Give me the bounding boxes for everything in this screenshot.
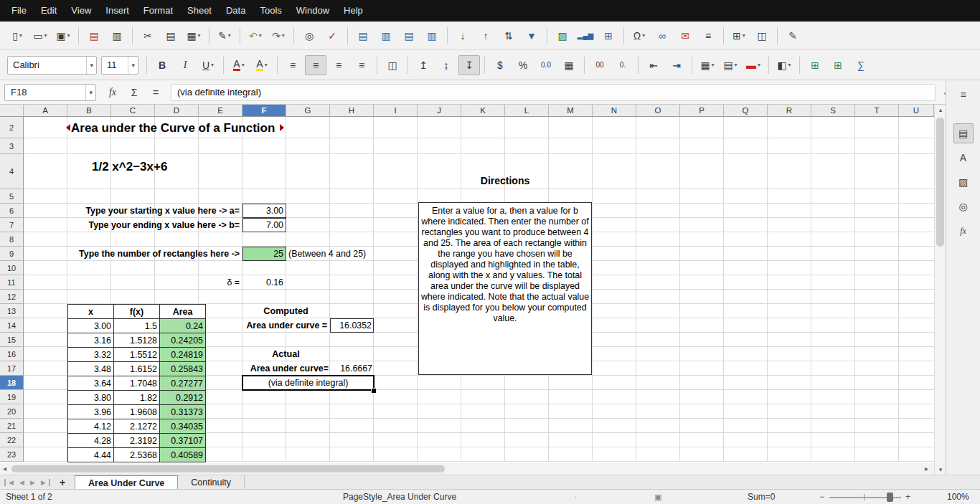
redo-dropdown-icon[interactable]: ▾ bbox=[282, 32, 285, 39]
table-cell[interactable]: 3.96 bbox=[68, 405, 114, 419]
table-header-x[interactable]: x bbox=[68, 305, 114, 319]
menu-tools[interactable]: Tools bbox=[253, 0, 288, 22]
column-header-J[interactable]: J bbox=[418, 105, 461, 117]
actual-area-value-cell[interactable]: 16.6667 bbox=[330, 361, 372, 376]
menu-help[interactable]: Help bbox=[336, 0, 370, 22]
highlighting-color-dropdown-icon[interactable]: ▾ bbox=[265, 62, 268, 68]
table-cell[interactable]: 1.5128 bbox=[114, 333, 160, 348]
copy-button[interactable]: ▤ bbox=[160, 26, 182, 46]
font-color-dropdown-icon[interactable]: ▾ bbox=[242, 62, 245, 68]
freeze-rows-columns-dropdown-icon[interactable]: ▾ bbox=[743, 32, 745, 39]
sum-icon[interactable]: Σ bbox=[123, 87, 145, 98]
last-sheet-icon[interactable]: ▶ bbox=[38, 479, 50, 486]
column-header-E[interactable]: E bbox=[199, 105, 242, 117]
column-header-I[interactable]: I bbox=[374, 105, 418, 117]
insert-comment-button[interactable]: ✉ bbox=[674, 26, 696, 46]
formula-input[interactable]: (via definite integral) bbox=[171, 84, 936, 101]
table-cell[interactable]: 3.80 bbox=[68, 391, 114, 405]
find-replace-button[interactable]: ◎ bbox=[298, 26, 320, 46]
table-cell[interactable]: 1.5512 bbox=[114, 348, 160, 362]
chevron-down-icon[interactable]: ▾ bbox=[85, 85, 93, 100]
show-draw-functions-button[interactable]: ✎ bbox=[782, 26, 804, 46]
delete-columns-button[interactable]: ▥ bbox=[421, 26, 443, 46]
table-cell[interactable]: 3.16 bbox=[68, 333, 114, 348]
row-header-23[interactable]: 23 bbox=[0, 447, 24, 462]
merge-cells-button[interactable]: ◫ bbox=[382, 55, 403, 75]
background-color-button[interactable]: ▬▾ bbox=[743, 55, 764, 75]
table-cell[interactable]: 0.40589 bbox=[160, 448, 206, 462]
rectangles-input-cell[interactable]: 25 bbox=[242, 247, 286, 261]
new-document-button[interactable]: ▯▾ bbox=[6, 26, 28, 46]
conditional-formatting-dropdown-icon[interactable]: ▾ bbox=[788, 62, 791, 68]
row-header-13[interactable]: 13 bbox=[0, 304, 24, 318]
row-header-4[interactable]: 4 bbox=[0, 154, 24, 189]
functions-button[interactable]: ∑ bbox=[850, 55, 872, 75]
insert-chart-button[interactable]: ▂▄▆ bbox=[575, 26, 596, 46]
split-window-button[interactable]: ◫ bbox=[751, 26, 773, 46]
selection-mode-status[interactable]: · bbox=[574, 490, 577, 504]
column-header-L[interactable]: L bbox=[505, 105, 549, 117]
vertical-scrollbar[interactable]: ▴ ▾ bbox=[934, 105, 946, 475]
add-decimal-place-button[interactable]: 00 bbox=[589, 55, 611, 75]
table-cell[interactable]: 1.9608 bbox=[114, 405, 160, 419]
chevron-down-icon[interactable]: ▾ bbox=[86, 57, 93, 74]
row-header-7[interactable]: 7 bbox=[0, 218, 24, 232]
open-file-dropdown-icon[interactable]: ▾ bbox=[44, 32, 47, 39]
table-cell[interactable]: 4.44 bbox=[68, 448, 114, 462]
horizontal-scrollbar-thumb[interactable] bbox=[11, 465, 445, 472]
navigator-panel-icon[interactable]: ◎ bbox=[953, 196, 974, 217]
table-cell[interactable]: 2.5368 bbox=[114, 448, 160, 462]
properties-panel-icon[interactable]: ▤ bbox=[953, 123, 974, 143]
menu-edit[interactable]: Edit bbox=[34, 0, 64, 22]
table-cell[interactable]: 0.31373 bbox=[160, 405, 206, 419]
table-cell[interactable]: 3.00 bbox=[68, 319, 114, 333]
menu-window[interactable]: Window bbox=[289, 0, 336, 22]
function-formula-cell[interactable]: 1/2 x^2−3x+6 bbox=[92, 158, 167, 176]
gallery-panel-icon[interactable]: ▨ bbox=[953, 172, 974, 192]
table-cell[interactable]: 4.28 bbox=[68, 434, 114, 448]
table-cell[interactable]: 4.12 bbox=[68, 419, 114, 434]
column-header-P[interactable]: P bbox=[680, 105, 724, 117]
border-style-dropdown-icon[interactable]: ▾ bbox=[735, 62, 738, 68]
table-cell[interactable]: 0.24819 bbox=[160, 348, 206, 362]
row-header-20[interactable]: 20 bbox=[0, 404, 24, 419]
column-header-T[interactable]: T bbox=[855, 105, 899, 117]
add-sheet-button[interactable]: + bbox=[55, 477, 70, 488]
table-cell[interactable]: 0.34035 bbox=[160, 419, 206, 434]
underline-button[interactable]: U▾ bbox=[197, 55, 219, 75]
save-button[interactable]: ▣▾ bbox=[52, 26, 74, 46]
table-cell[interactable]: 2.1272 bbox=[114, 419, 160, 434]
function-wizard-icon[interactable]: fx bbox=[102, 87, 123, 98]
input-b-cell[interactable]: 7.00 bbox=[242, 218, 286, 232]
equals-icon[interactable]: = bbox=[145, 87, 166, 98]
format-number-button[interactable]: 0.0 bbox=[535, 55, 557, 75]
italic-button[interactable]: I bbox=[174, 55, 196, 75]
border-style-button[interactable]: ▤▾ bbox=[720, 55, 741, 75]
delete-decimal-place-button[interactable]: 0. bbox=[612, 55, 633, 75]
row-header-17[interactable]: 17 bbox=[0, 361, 24, 376]
delta-value-cell[interactable]: 0.16 bbox=[242, 275, 283, 290]
column-header-M[interactable]: M bbox=[549, 105, 593, 117]
print-button[interactable]: ▥ bbox=[106, 26, 128, 46]
bold-button[interactable]: B bbox=[151, 55, 173, 75]
menu-insert[interactable]: Insert bbox=[98, 0, 136, 22]
scroll-down-icon[interactable]: ▾ bbox=[935, 466, 946, 473]
borders-button[interactable]: ▦▾ bbox=[697, 55, 718, 75]
row-header-11[interactable]: 11 bbox=[0, 275, 24, 290]
insert-columns-button[interactable]: ⊞ bbox=[827, 55, 849, 75]
menu-file[interactable]: File bbox=[4, 0, 34, 22]
column-header-Q[interactable]: Q bbox=[724, 105, 768, 117]
column-header-S[interactable]: S bbox=[811, 105, 855, 117]
input-a-cell[interactable]: 3.00 bbox=[242, 204, 286, 218]
underline-dropdown-icon[interactable]: ▾ bbox=[211, 62, 214, 68]
table-cell[interactable]: 1.7048 bbox=[114, 376, 160, 391]
sidebar-settings-icon[interactable]: ≡ bbox=[953, 85, 974, 105]
row-header-14[interactable]: 14 bbox=[0, 318, 24, 333]
table-cell[interactable]: 1.5 bbox=[114, 319, 160, 333]
table-cell[interactable]: 3.64 bbox=[68, 376, 114, 391]
scroll-left-icon[interactable]: ◂ bbox=[3, 464, 6, 474]
name-box[interactable]: F18 ▾ bbox=[4, 84, 96, 101]
insert-special-character-button[interactable]: Ω▾ bbox=[628, 26, 650, 46]
menu-view[interactable]: View bbox=[64, 0, 98, 22]
clone-formatting-button[interactable]: ✎▾ bbox=[214, 26, 235, 46]
